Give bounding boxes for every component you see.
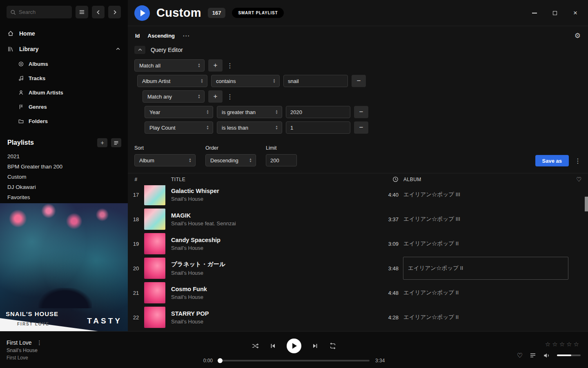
table-row[interactable]: 17 Galactic WhisperSnail's House 4:40 エイ…	[128, 182, 588, 207]
query-rule-row: Play Count ▲▼ is less than ▲▼ −	[145, 121, 581, 134]
rule-operator-select[interactable]: is less than ▲▼	[217, 121, 282, 134]
column-index[interactable]: #	[128, 177, 144, 182]
now-playing-artist[interactable]: Snail's House	[7, 348, 136, 353]
queue-button[interactable]	[530, 352, 536, 359]
rule-field-select[interactable]: Play Count ▲▼	[145, 121, 213, 134]
forward-button[interactable]	[108, 6, 121, 18]
play-pause-button[interactable]	[287, 339, 301, 353]
minimize-button[interactable]	[531, 9, 538, 17]
playlist-list-options-button[interactable]	[111, 138, 121, 147]
sidebar-item-folders[interactable]: Folders	[0, 114, 128, 128]
column-favorite[interactable]: ♡	[570, 176, 588, 183]
rule-value-input[interactable]	[286, 121, 350, 134]
favorite-heart-icon[interactable]: ♡	[517, 352, 523, 359]
close-button[interactable]: ×	[572, 9, 579, 17]
star-icon[interactable]: ☆	[559, 341, 566, 348]
rating-stars[interactable]: ☆☆☆☆☆	[545, 341, 581, 348]
player-center: 0:00 3:34	[136, 336, 452, 364]
sidebar-item-album-artists[interactable]: Album Artists	[0, 85, 128, 100]
playlist-item[interactable]: Favorites	[0, 192, 128, 202]
now-playing-title[interactable]: First Love	[7, 339, 31, 346]
shuffle-button[interactable]	[252, 342, 259, 350]
table-row[interactable]: 18 MAGIKSnail's House feat. Sennzai 3:37…	[128, 207, 588, 231]
seek-handle[interactable]	[218, 358, 223, 363]
group-menu-icon[interactable]: ⋮	[226, 93, 234, 101]
rule-operator-select[interactable]: contains ▲▼	[211, 75, 280, 87]
more-options-icon[interactable]: ⋯	[183, 31, 190, 40]
play-playlist-button[interactable]	[134, 5, 150, 21]
sort-direction-button[interactable]: Ascending	[148, 33, 175, 39]
now-playing-album-art[interactable]: SNAIL'S HOUSE FIRST LOVE TASTY	[0, 203, 128, 331]
playlists-title: Playlists	[7, 139, 34, 146]
column-duration[interactable]	[374, 176, 399, 182]
seek-slider[interactable]	[218, 360, 370, 361]
rule-value-input[interactable]	[286, 106, 350, 118]
sort-select[interactable]: Album ▲▼	[134, 154, 196, 166]
table-row[interactable]: 20 プラネット・ガールSnail's House 3:48 エイリアン☆ポップ…	[128, 256, 588, 280]
back-button[interactable]	[92, 6, 105, 18]
order-select[interactable]: Descending ▲▼	[205, 154, 256, 166]
repeat-button[interactable]	[329, 342, 336, 350]
gear-icon[interactable]: ⚙	[575, 31, 581, 40]
sort-field-button[interactable]: Id	[135, 33, 140, 39]
sidebar-item-tracks[interactable]: Tracks	[0, 71, 128, 85]
rule-value-input[interactable]	[283, 75, 348, 87]
star-icon[interactable]: ☆	[545, 341, 552, 348]
search-input[interactable]	[19, 9, 68, 15]
sidebar-item-albums[interactable]: Albums	[0, 57, 128, 71]
group-match-row: Match any ▲▼ + ⋮	[143, 90, 581, 103]
sidebar-item-genres[interactable]: Genres	[0, 100, 128, 114]
group-match-type-select[interactable]: Match any ▲▼	[143, 90, 205, 103]
rule-group-menu-icon[interactable]: ⋮	[226, 62, 234, 70]
table-row[interactable]: 19 Candy SpaceshipSnail's House 3:09 エイリ…	[128, 231, 588, 256]
queue-list-icon	[530, 352, 536, 359]
add-rule-button[interactable]: +	[208, 59, 223, 72]
track-art	[144, 184, 165, 205]
match-type-select[interactable]: Match all ▲▼	[134, 59, 205, 72]
list-toolbar: Id Ascending ⋯ ⚙	[128, 26, 588, 45]
column-album[interactable]: ALBUM	[399, 177, 570, 182]
remove-rule-button[interactable]: −	[354, 106, 368, 118]
track-art	[144, 209, 165, 230]
previous-button[interactable]	[270, 343, 276, 349]
playlist-item[interactable]: DJ Okawari	[0, 182, 128, 192]
sidebar-item-home[interactable]: Home	[0, 26, 128, 41]
star-icon[interactable]: ☆	[566, 341, 573, 348]
volume-button[interactable]	[543, 352, 550, 359]
collapse-query-editor-button[interactable]	[134, 46, 145, 54]
volume-slider[interactable]	[557, 355, 581, 356]
remove-rule-button[interactable]: −	[352, 75, 366, 87]
rule-field-select[interactable]: Year ▲▼	[145, 106, 213, 118]
rule-field-select[interactable]: Album Artist ▲▼	[137, 75, 207, 87]
column-title[interactable]: TITLE	[171, 177, 374, 182]
maximize-button[interactable]	[551, 9, 559, 17]
scrollbar-thumb[interactable]	[585, 197, 588, 211]
library-subitems: Albums Tracks Album Artists Genres Folde…	[0, 57, 128, 128]
now-playing-album[interactable]: First Love	[7, 355, 136, 361]
select-chevrons-icon: ▲▼	[275, 125, 278, 130]
remove-rule-button[interactable]: −	[354, 121, 368, 134]
maximize-icon	[553, 11, 557, 15]
star-icon[interactable]: ☆	[552, 341, 559, 348]
table-row[interactable]: 21 Cosmo FunkSnail's House 4:48 エイリアン☆ポッ…	[128, 280, 588, 305]
save-menu-icon[interactable]: ⋮	[574, 157, 581, 165]
sidebar-item-library[interactable]: Library	[0, 41, 128, 57]
playlist-item[interactable]: Custom	[0, 172, 128, 182]
artist-icon	[18, 90, 24, 96]
save-as-button[interactable]: Save as	[535, 155, 569, 166]
group-add-rule-button[interactable]: +	[208, 90, 223, 103]
next-button[interactable]	[312, 343, 318, 349]
limit-input[interactable]	[266, 154, 297, 166]
menu-button[interactable]	[76, 6, 88, 18]
star-icon[interactable]: ☆	[574, 341, 581, 348]
track-menu-icon[interactable]: ⋮	[36, 339, 42, 346]
sidebar-item-label: Home	[19, 30, 35, 37]
search-box[interactable]	[7, 6, 72, 18]
playlist-item[interactable]: 2021	[0, 151, 128, 162]
focused-album-cell[interactable]: エイリアン☆ポップ II	[403, 257, 568, 280]
sidebar-item-label: Library	[19, 46, 38, 52]
playlist-item[interactable]: BPM Greater than 200	[0, 162, 128, 172]
rule-operator-select[interactable]: is greater than ▲▼	[217, 106, 282, 118]
add-playlist-button[interactable]: +	[97, 138, 107, 147]
table-row[interactable]: 22 STARRY POPSnail's House 4:28 エイリアン☆ポッ…	[128, 305, 588, 330]
